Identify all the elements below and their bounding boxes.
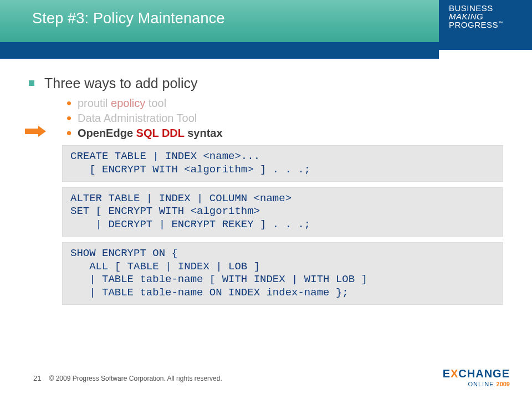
- bullet-text-post: syntax: [185, 127, 223, 139]
- bullet-text-pre: proutil: [78, 97, 111, 109]
- slide-header: Step #3: Policy Maintenance BUSINESS MAK…: [0, 0, 532, 42]
- bullet-level-1: Three ways to add policy: [29, 75, 503, 91]
- code-block-alter: ALTER TABLE | INDEX | COLUMN <name>SET […: [62, 187, 503, 237]
- footer-logo-main: EXCHANGE: [443, 368, 510, 379]
- code-line: SHOW ENCRYPT ON {: [70, 247, 495, 260]
- code-line: SET [ ENCRYPT WITH <algorithm>: [70, 205, 495, 218]
- code-line: CREATE TABLE | INDEX <name>...: [70, 150, 495, 163]
- code-line: ALL [ TABLE | INDEX | LOB ]: [70, 260, 495, 274]
- bullet-text-highlight: SQL DDL: [136, 127, 185, 139]
- footer-logo-sub: ONLINE 2009: [443, 379, 510, 388]
- page-number: 21: [33, 374, 49, 388]
- bullet-item-sql-ddl: OpenEdge SQL DDL syntax: [66, 127, 503, 140]
- code-line: | TABLE table-name [ WITH INDEX | WITH L…: [70, 273, 495, 287]
- code-line: [ ENCRYPT WITH <algorithm> ] . . .;: [70, 163, 495, 177]
- footer-logo-sub-text: ONLINE: [468, 381, 497, 387]
- code-block-create: CREATE TABLE | INDEX <name>... [ ENCRYPT…: [62, 145, 503, 182]
- code-line: ALTER TABLE | INDEX | COLUMN <name>: [70, 192, 495, 206]
- logo-line-3-text: PROGRESS: [449, 20, 498, 29]
- slide-body: Three ways to add policy proutil epolicy…: [0, 59, 532, 305]
- brand-logo: BUSINESS MAKING PROGRESS™: [439, 0, 532, 50]
- bullet-item-data-admin: Data Administration Tool: [66, 112, 503, 125]
- bullet-text-highlight: epolicy: [111, 97, 145, 109]
- slide-footer: 21 © 2009 Progress Software Corporation.…: [0, 368, 532, 388]
- sub-header-bar: [0, 42, 439, 59]
- footer-logo: EXCHANGE ONLINE 2009: [443, 368, 510, 388]
- bullet-text-post: tool: [145, 97, 166, 109]
- slide-title: Step #3: Policy Maintenance: [32, 10, 225, 27]
- code-line: | DECRYPT | ENCRYPT REKEY ] . . .;: [70, 218, 495, 232]
- copyright-text: © 2009 Progress Software Corporation. Al…: [49, 375, 222, 388]
- trademark-symbol: ™: [498, 21, 503, 25]
- arrow-callout-icon: [25, 126, 46, 137]
- footer-logo-x: X: [451, 367, 458, 380]
- code-block-show: SHOW ENCRYPT ON { ALL [ TABLE | INDEX | …: [62, 242, 503, 305]
- footer-logo-year: 2009: [497, 381, 510, 387]
- code-line: | TABLE table-name ON INDEX index-name }…: [70, 287, 495, 300]
- bullet-text-pre: OpenEdge: [78, 127, 136, 139]
- logo-line-3: PROGRESS™: [449, 20, 525, 29]
- bullet-item-proutil: proutil epolicy tool: [66, 97, 503, 110]
